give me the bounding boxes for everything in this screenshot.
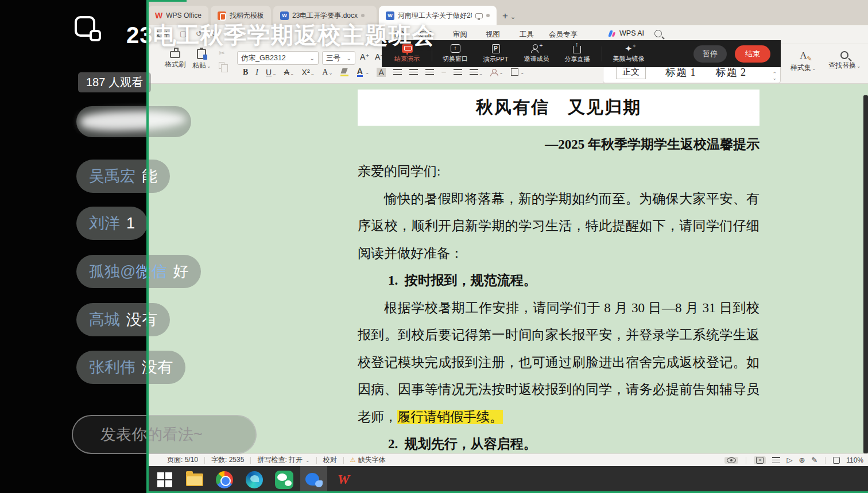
- status-missing-font[interactable]: ⚠缺失字体: [350, 455, 386, 465]
- outline-view-icon[interactable]: [772, 457, 780, 463]
- menu-review[interactable]: 审阅: [453, 30, 467, 40]
- border-button[interactable]: [511, 68, 518, 76]
- tab-dot-icon: [361, 14, 365, 17]
- style-set-icon: A: [800, 50, 807, 61]
- status-page[interactable]: 页面: 5/10: [167, 455, 198, 465]
- wps-ai-button[interactable]: WPS AI: [609, 29, 644, 37]
- menu-view[interactable]: 视图: [486, 30, 500, 40]
- chat-text: 没有: [126, 309, 157, 330]
- font-name-value: 仿宋_GB2312: [241, 53, 307, 63]
- font-size-select[interactable]: 三号 ⌄: [322, 51, 355, 65]
- taskbar-wps[interactable]: W: [330, 466, 357, 493]
- vertical-scrollbar[interactable]: [863, 95, 868, 453]
- read-mode-icon[interactable]: ▷: [786, 456, 792, 464]
- align-justify-icon[interactable]: [441, 72, 446, 73]
- word-doc-icon: W: [386, 11, 394, 20]
- find-replace-label: 查找替换⌄: [828, 61, 861, 71]
- copy-icon[interactable]: [219, 62, 224, 69]
- underline-button[interactable]: U⌄: [266, 68, 277, 77]
- search-icon[interactable]: [654, 30, 662, 37]
- strikethrough-button[interactable]: A⌄: [284, 68, 294, 77]
- new-tab-button[interactable]: +: [502, 10, 508, 22]
- invite-members-label: 邀请成员: [524, 55, 549, 63]
- taskbar-tencent-meeting[interactable]: [300, 466, 327, 493]
- tab-label: 23电工开学要事.docx: [292, 11, 358, 21]
- style-set-button[interactable]: A 样式集⌄: [790, 50, 816, 73]
- document-page[interactable]: 秋风有信 又见归期 —2025 年秋季学期学生返校温馨提示 亲爱的同学们: 愉快…: [358, 84, 760, 453]
- end-button[interactable]: 结束: [735, 45, 770, 63]
- taskbar-file-explorer[interactable]: [181, 466, 208, 493]
- beauty-mirror-label: 美颜与镜像: [613, 55, 644, 63]
- doc-heading-1: 1. 按时报到，规范流程。: [358, 267, 760, 294]
- share-border: [146, 0, 187, 2]
- font-color-button[interactable]: A: [357, 67, 363, 77]
- align-center-icon[interactable]: [409, 69, 418, 75]
- page-view-button[interactable]: ≡: [754, 456, 766, 464]
- eye-protection-button[interactable]: [724, 457, 738, 464]
- stream-title: 23电工秋季学期返校主题班会: [126, 20, 436, 51]
- share-border: [146, 0, 149, 493]
- share-live-icon: [573, 46, 581, 53]
- ink-pen-icon[interactable]: ✎: [811, 456, 817, 464]
- end-presentation-label: 结束演示: [394, 55, 420, 63]
- windows-taskbar: W: [146, 466, 868, 493]
- start-button[interactable]: [151, 466, 178, 493]
- beauty-mirror-button[interactable]: ✦ 美颜与镜像: [613, 44, 644, 63]
- paste-label: 粘贴⌄: [192, 61, 211, 71]
- taskbar-edge[interactable]: [241, 466, 268, 493]
- taskbar-chrome[interactable]: [211, 466, 238, 493]
- zoom-level[interactable]: 110%: [846, 456, 863, 464]
- tab-list-chevron-down-icon[interactable]: ⌄: [510, 13, 516, 21]
- menu-member[interactable]: 会员专享: [549, 30, 578, 40]
- wps-icon: W: [338, 472, 350, 487]
- eye-icon: [727, 457, 736, 463]
- doc-paragraph-2-text: 根据学校暑期工作安排，请同学们于 8 月 30 日—8 月 31 日到校报到。到…: [358, 301, 760, 424]
- taskbar-wechat[interactable]: [270, 466, 297, 493]
- text-tool-icon[interactable]: [490, 69, 497, 76]
- align-left-icon[interactable]: [393, 69, 402, 75]
- tab-label: WPS Office: [166, 11, 202, 20]
- highlight-pen-icon[interactable]: [340, 68, 350, 76]
- chat-input[interactable]: [72, 415, 257, 454]
- present-ppt-icon: P: [492, 44, 500, 53]
- text-effects-button[interactable]: A⌄: [322, 68, 333, 77]
- switch-window-icon: ↑: [451, 44, 460, 53]
- switch-window-button[interactable]: ↑ 切换窗口: [443, 44, 468, 63]
- chrome-icon: [216, 471, 233, 488]
- present-ppt-button[interactable]: P 演示PPT: [483, 44, 508, 64]
- chat-sender-name: 张利伟: [89, 357, 135, 378]
- italic-button[interactable]: I: [255, 68, 258, 77]
- viewer-count-badge: 187 人观看: [78, 72, 151, 92]
- chevron-down-icon: ⌄: [365, 69, 370, 75]
- menu-tools[interactable]: 工具: [520, 30, 534, 40]
- chevron-down-icon: ⌄: [347, 55, 351, 61]
- edge-icon: [246, 471, 263, 488]
- bold-button[interactable]: B: [243, 68, 248, 77]
- character-shading-button[interactable]: A: [377, 68, 385, 77]
- pause-button[interactable]: 暂停: [693, 45, 727, 63]
- find-replace-button[interactable]: 查找替换⌄: [828, 49, 861, 71]
- align-right-icon[interactable]: [425, 69, 434, 75]
- distribute-icon[interactable]: [454, 69, 462, 75]
- style-heading1[interactable]: 标题 1: [665, 65, 696, 79]
- increase-font-button[interactable]: A⁺: [360, 52, 370, 61]
- superscript-button[interactable]: X²⌄: [302, 68, 315, 77]
- status-spellcheck[interactable]: 拼写检查: 打开⌄: [257, 455, 309, 465]
- windows-logo-icon: [157, 472, 172, 487]
- line-spacing-button[interactable]: ⌄: [470, 68, 483, 77]
- web-view-icon[interactable]: ⊕: [799, 456, 805, 464]
- invite-members-button[interactable]: 邀请成员: [524, 44, 549, 63]
- chat-message: 吴禹宏 能: [76, 160, 170, 193]
- fullscreen-icon[interactable]: [833, 457, 840, 464]
- style-heading2[interactable]: 标题 2: [716, 65, 747, 79]
- font-name-select[interactable]: 仿宋_GB2312 ⌄: [237, 51, 319, 65]
- status-proofread[interactable]: 校对: [323, 455, 337, 465]
- document-canvas[interactable]: 秋风有信 又见归期 —2025 年秋季学期学生返校温馨提示 亲爱的同学们: 愉快…: [146, 84, 868, 453]
- docer-icon: [218, 11, 226, 20]
- status-wordcount[interactable]: 字数: 2535: [211, 455, 244, 465]
- paste-button[interactable]: 粘贴⌄: [192, 48, 211, 71]
- style-gallery-scroll-buttons[interactable]: ⌃⌄: [772, 72, 777, 80]
- font-size-value: 三号: [326, 53, 343, 63]
- share-live-button[interactable]: 分享直播: [564, 44, 590, 64]
- wps-ai-icon: [609, 30, 617, 37]
